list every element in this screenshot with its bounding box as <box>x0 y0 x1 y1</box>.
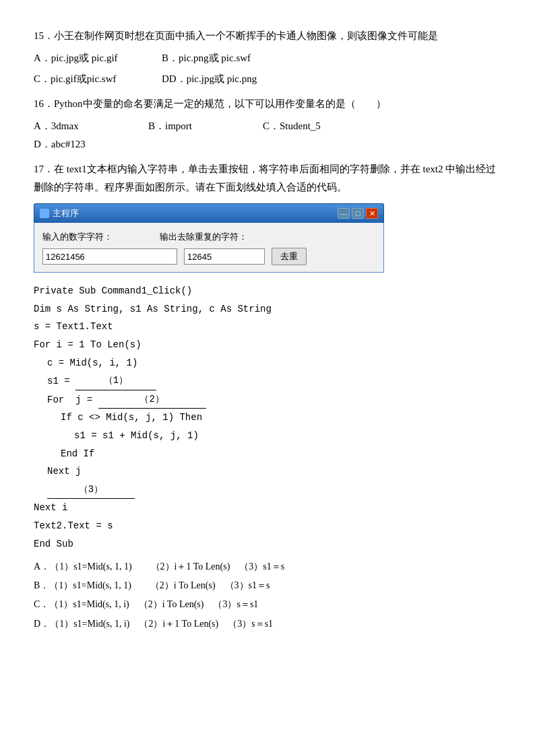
maximize-button[interactable]: □ <box>352 208 364 219</box>
question-15: 15．小王在制作网页时想在页面中插入一个不断挥手的卡通人物图像，则该图像文件可能… <box>34 27 501 88</box>
q15-option-a: A．pic.jpg或 pic.gif <box>34 49 155 67</box>
code-line-2: Dim s As String, s1 As String, c As Stri… <box>34 300 501 318</box>
code-line-5: c = Mid(s, i, 1) <box>34 354 501 372</box>
window-body: 输入的数字字符： 输出去除重复的字符： 去重 <box>34 223 384 273</box>
code-line-6: s1 = （1） <box>34 372 501 390</box>
q16-option-d: D．abc#123 <box>34 135 155 153</box>
code-line-13: Next i <box>34 499 501 517</box>
program-window: 主程序 — □ ✕ 输入的数字字符： 输出去除重复的字符： 去重 <box>34 203 384 273</box>
q16-option-a: A．3dmax <box>34 117 141 135</box>
q16-option-b: B．import <box>148 117 256 135</box>
minimize-button[interactable]: — <box>338 208 350 219</box>
window-title: 主程序 <box>53 206 79 221</box>
q17-option-b: B．（1）s1=Mid(s, 1, 1) （2）i To Len(s) （3）s… <box>34 577 501 594</box>
close-button[interactable]: ✕ <box>366 208 378 219</box>
window-labels-row: 输入的数字字符： 输出去除重复的字符： <box>42 230 375 244</box>
window-inputs-row: 去重 <box>42 248 375 265</box>
q15-option-d: DD．pic.jpg或 pic.png <box>162 70 310 88</box>
q15-options-row2: C．pic.gif或pic.swf DD．pic.jpg或 pic.png <box>34 70 501 88</box>
blank-2: （2） <box>98 390 206 409</box>
window-icon <box>40 209 49 218</box>
q16-option-c: C．Student_5 <box>263 117 371 135</box>
code-block: Private Sub Command1_Click() Dim s As St… <box>34 282 501 553</box>
code-line-3: s = Text1.Text <box>34 318 501 336</box>
code-line-1: Private Sub Command1_Click() <box>34 282 501 300</box>
text1-input[interactable] <box>42 248 177 265</box>
q15-options: A．pic.jpg或 pic.gif B．pic.png或 pic.swf <box>34 49 501 67</box>
q17-option-c: C．（1）s1=Mid(s, 1, i) （2）i To Len(s) （3）s… <box>34 596 501 613</box>
code-line-8: If c <> Mid(s, j, 1) Then <box>34 409 501 427</box>
code-line-7: For j = （2） <box>34 390 501 409</box>
q15-option-b: B．pic.png或 pic.swf <box>162 49 310 67</box>
blank-1: （1） <box>75 372 156 390</box>
q17-answer-options: A．（1）s1=Mid(s, 1, 1) （2）i＋1 To Len(s) （3… <box>34 558 501 632</box>
text2-input[interactable] <box>184 248 265 265</box>
q15-option-c: C．pic.gif或pic.swf <box>34 70 155 88</box>
code-line-4: For i = 1 To Len(s) <box>34 336 501 354</box>
question-17: 17．在 text1文本框内输入字符串，单击去重按钮，将字符串后面相同的字符删除… <box>34 160 501 632</box>
q17-title: 17．在 text1文本框内输入字符串，单击去重按钮，将字符串后面相同的字符删除… <box>34 160 501 197</box>
code-line-11: Next j <box>34 462 501 481</box>
code-line-10: End If <box>34 445 501 463</box>
q16-text: ．Python中变量的命名要满足一定的规范，以下可以用作变量名的是（ ） <box>44 98 386 109</box>
code-line-12: （3） <box>34 481 501 500</box>
input-label: 输入的数字字符： <box>42 230 113 244</box>
blank-3: （3） <box>47 481 135 500</box>
q17-option-a: A．（1）s1=Mid(s, 1, 1) （2）i＋1 To Len(s) （3… <box>34 558 501 575</box>
window-controls: — □ ✕ <box>338 208 378 219</box>
q16-options: A．3dmax B．import C．Student_5 D．abc#123 <box>34 117 501 153</box>
code-line-15: End Sub <box>34 535 501 553</box>
q16-title: 16．Python中变量的命名要满足一定的规范，以下可以用作变量名的是（ ） <box>34 95 501 113</box>
code-line-14: Text2.Text = s <box>34 517 501 535</box>
output-label: 输出去除重复的字符： <box>160 230 247 244</box>
q16-number: 16 <box>34 98 44 109</box>
q17-option-d: D．（1）s1=Mid(s, 1, i) （2）i＋1 To Len(s) （3… <box>34 615 501 632</box>
q15-number: 15 <box>34 30 44 41</box>
q15-title: 15．小王在制作网页时想在页面中插入一个不断挥手的卡通人物图像，则该图像文件可能… <box>34 27 501 45</box>
q15-text: ．小王在制作网页时想在页面中插入一个不断挥手的卡通人物图像，则该图像文件可能是 <box>44 30 438 41</box>
question-16: 16．Python中变量的命名要满足一定的规范，以下可以用作变量名的是（ ） A… <box>34 95 501 153</box>
window-titlebar: 主程序 — □ ✕ <box>34 203 384 223</box>
code-line-9: s1 = s1 + Mid(s, j, 1) <box>34 427 501 445</box>
titlebar-left: 主程序 <box>40 206 79 221</box>
dedup-button[interactable]: 去重 <box>272 248 307 265</box>
